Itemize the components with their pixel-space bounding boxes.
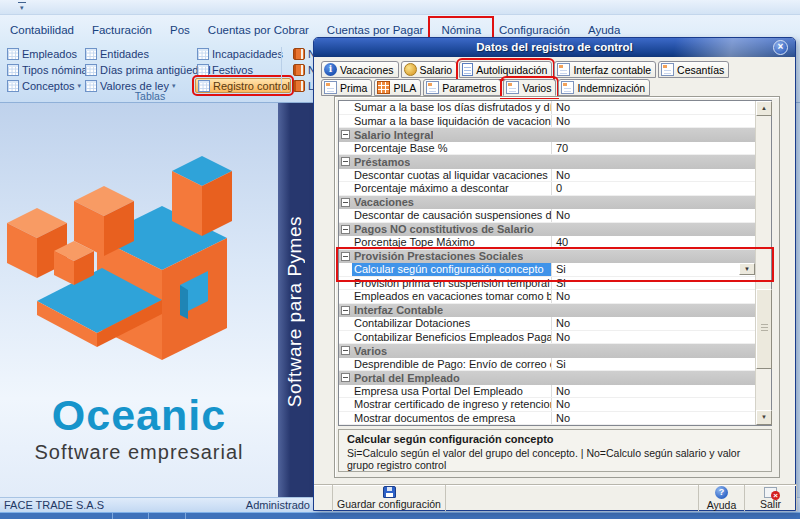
cell-name[interactable]: Sumar a la base los días disfrutados y d… bbox=[352, 101, 552, 114]
cell-value[interactable]: 0 bbox=[552, 182, 756, 195]
collapse-icon[interactable] bbox=[341, 306, 350, 315]
cell-name[interactable]: Porcentaje Tope Máximo bbox=[352, 236, 552, 249]
cell-value-text: No bbox=[556, 412, 570, 425]
cell-value[interactable]: No bbox=[552, 115, 756, 128]
cell-value[interactable]: Si bbox=[552, 263, 756, 276]
cell-value[interactable]: No bbox=[552, 290, 756, 303]
cell-value[interactable]: No bbox=[552, 317, 756, 330]
tab-interfaz-contable[interactable]: Interfaz contable bbox=[554, 61, 656, 78]
grid-group-interfaz-contable[interactable]: Interfaz Contable bbox=[339, 304, 756, 318]
cell-value[interactable]: Si bbox=[552, 277, 756, 290]
quick-access-customize-icon[interactable] bbox=[18, 2, 26, 12]
status-bar-lower bbox=[0, 512, 800, 519]
collapse-icon[interactable] bbox=[341, 252, 350, 261]
tab-prima[interactable]: Prima bbox=[321, 79, 372, 96]
tab-indemnizacion[interactable]: Indemnización bbox=[558, 79, 650, 96]
tab-vacaciones[interactable]: Vacaciones bbox=[321, 61, 399, 78]
tab-parametros[interactable]: Parametros bbox=[423, 79, 501, 96]
grid-row-calcular-segun-configuracion-concepto[interactable]: Calcular según configuración conceptoSi bbox=[339, 263, 756, 277]
menu-tab-contabilidad[interactable]: Contabilidad bbox=[1, 20, 83, 40]
grid-row-contabilizar-beneficios-empleados-pagado[interactable]: Contabilizar Beneficios Empleados Pagado… bbox=[339, 331, 756, 345]
help-button[interactable]: ? Ayuda bbox=[699, 485, 745, 511]
collapse-icon[interactable] bbox=[341, 346, 350, 355]
tab-pila[interactable]: PILA bbox=[374, 79, 421, 96]
collapse-icon[interactable] bbox=[341, 373, 350, 382]
collapse-icon[interactable] bbox=[341, 130, 350, 139]
cell-value[interactable]: No bbox=[552, 398, 756, 411]
grid-group-prestamos[interactable]: Préstamos bbox=[339, 155, 756, 169]
grid-row-porcentaje-maximo-a-descontar[interactable]: Porcentaje máximo a descontar0 bbox=[339, 182, 756, 196]
grid-row-empleados-en-vacaciones-tomar-como-base-[interactable]: Empleados en vacaciones tomar como base … bbox=[339, 290, 756, 304]
cell-name[interactable]: Sumar a la base liquidación de vacacione… bbox=[352, 115, 552, 128]
menu-tab-pos[interactable]: Pos bbox=[161, 20, 199, 40]
grid-row-sumar-a-la-base-liquidacion-de-vacacione[interactable]: Sumar a la base liquidación de vacacione… bbox=[339, 115, 756, 129]
ribbon-item-entidades[interactable]: Entidades bbox=[83, 46, 195, 61]
dialog-titlebar[interactable]: Datos del registro de control bbox=[314, 38, 795, 57]
cell-value[interactable]: 70 bbox=[552, 142, 756, 155]
cell-name[interactable]: Porcentaje Base % bbox=[352, 142, 552, 155]
ribbon-item-festivos[interactable]: Festivos bbox=[195, 62, 291, 77]
description-title: Calcular según configuración concepto bbox=[347, 433, 763, 445]
tab-cesantias[interactable]: Cesantías bbox=[658, 61, 729, 78]
cell-name[interactable]: Empresa usa Portal Del Empleado bbox=[352, 385, 552, 398]
grid-group-provision-prestaciones-sociales[interactable]: Provisión Prestaciones Sociales bbox=[339, 250, 756, 264]
grid-row-porcentaje-tope-maximo[interactable]: Porcentaje Tope Máximo40 bbox=[339, 236, 756, 250]
grid-row-mostrar-documentos-de-empresa[interactable]: Mostrar documentos de empresaNo bbox=[339, 412, 756, 426]
cell-name[interactable]: Desprendible de Pago: Envío de correo co… bbox=[352, 358, 552, 371]
ribbon-item-empleados[interactable]: Empleados bbox=[5, 46, 83, 61]
grid-row-empresa-usa-portal-del-empleado[interactable]: Empresa usa Portal Del EmpleadoNo bbox=[339, 385, 756, 399]
ribbon-item-dias-prima-antiguedad[interactable]: Días prima antigüedad bbox=[83, 62, 195, 77]
cell-value[interactable]: 40 bbox=[552, 236, 756, 249]
scroll-down-icon[interactable] bbox=[756, 410, 772, 425]
grid-row-sumar-a-la-base-los-dias-disfrutados-y-d[interactable]: Sumar a la base los días disfrutados y d… bbox=[339, 101, 756, 115]
cell-value[interactable]: No bbox=[552, 412, 756, 425]
scroll-up-icon[interactable] bbox=[756, 101, 772, 116]
cell-name[interactable]: Contabilizar Dotaciones bbox=[352, 317, 552, 330]
grid-group-varios[interactable]: Varios bbox=[339, 344, 756, 358]
grid-row-contabilizar-dotaciones[interactable]: Contabilizar DotacionesNo bbox=[339, 317, 756, 331]
grid-row-provision-prima-en-suspension-temporal-d[interactable]: Provisión prima en suspensión temporal d… bbox=[339, 277, 756, 291]
ribbon-item-label: Entidades bbox=[100, 48, 149, 60]
grid-row-porcentaje-base[interactable]: Porcentaje Base %70 bbox=[339, 142, 756, 156]
cell-name[interactable]: Porcentaje máximo a descontar bbox=[352, 182, 552, 195]
cell-value[interactable]: No bbox=[552, 101, 756, 114]
cell-name[interactable]: Descontar de causación suspensiones de c… bbox=[352, 209, 552, 222]
scrollbar-thumb[interactable] bbox=[756, 289, 772, 369]
cell-name[interactable]: Empleados en vacaciones tomar como base … bbox=[352, 290, 552, 303]
save-configuration-button[interactable]: Guardar configuración bbox=[332, 485, 446, 511]
menu-tab-cuentas-por-cobrar[interactable]: Cuentas por Cobrar bbox=[199, 20, 318, 40]
row-gutter bbox=[339, 209, 352, 222]
cell-name[interactable]: Provisión prima en suspensión temporal d… bbox=[352, 277, 552, 290]
cell-name[interactable]: Mostrar certificado de ingreso y retenci… bbox=[352, 398, 552, 411]
grid-row-desprendible-de-pago-envio-de-correo-con[interactable]: Desprendible de Pago: Envío de correo co… bbox=[339, 358, 756, 372]
cell-value[interactable]: Si bbox=[552, 358, 756, 371]
tab-salario[interactable]: Salario bbox=[401, 61, 458, 78]
ribbon-item-tipos-nomina[interactable]: Tipos nómina bbox=[5, 62, 83, 77]
grid-group-salario-integral[interactable]: Salario Integral bbox=[339, 128, 756, 142]
cell-name[interactable]: Descontar cuotas al liquidar vacaciones bbox=[352, 169, 552, 182]
collapse-icon[interactable] bbox=[341, 225, 350, 234]
tab-autoliquidacion[interactable]: Autoliquidación bbox=[459, 61, 552, 78]
menu-tab-facturacion[interactable]: Facturación bbox=[83, 20, 161, 40]
cell-value[interactable]: No bbox=[552, 209, 756, 222]
ribbon-item-incapacidades[interactable]: Incapacidades bbox=[195, 46, 291, 61]
grid-group-vacaciones[interactable]: Vacaciones bbox=[339, 196, 756, 210]
dropdown-button[interactable] bbox=[739, 263, 755, 275]
tab-varios[interactable]: Varios bbox=[503, 79, 556, 96]
close-icon[interactable] bbox=[773, 40, 788, 55]
cell-name[interactable]: Calcular según configuración concepto bbox=[352, 263, 552, 276]
cell-name[interactable]: Contabilizar Beneficios Empleados Pagado… bbox=[352, 331, 552, 344]
cell-value[interactable]: No bbox=[552, 385, 756, 398]
cell-value[interactable]: No bbox=[552, 331, 756, 344]
grid-group-portal-del-empleado[interactable]: Portal del Empleado bbox=[339, 371, 756, 385]
grid-row-descontar-de-causacion-suspensiones-de-c[interactable]: Descontar de causación suspensiones de c… bbox=[339, 209, 756, 223]
collapse-icon[interactable] bbox=[341, 157, 350, 166]
exit-button[interactable]: Salir bbox=[745, 485, 797, 511]
cell-value[interactable]: No bbox=[552, 169, 756, 182]
grid-row-mostrar-certificado-de-ingreso-y-retenci[interactable]: Mostrar certificado de ingreso y retenci… bbox=[339, 398, 756, 412]
grid-row-descontar-cuotas-al-liquidar-vacaciones[interactable]: Descontar cuotas al liquidar vacacionesN… bbox=[339, 169, 756, 183]
cell-name[interactable]: Mostrar documentos de empresa bbox=[352, 412, 552, 425]
collapse-icon[interactable] bbox=[341, 198, 350, 207]
vertical-scrollbar[interactable] bbox=[755, 101, 771, 425]
grid-group-pagos-no-constitutivos-de-salario[interactable]: Pagos NO constitutivos de Salario bbox=[339, 223, 756, 237]
